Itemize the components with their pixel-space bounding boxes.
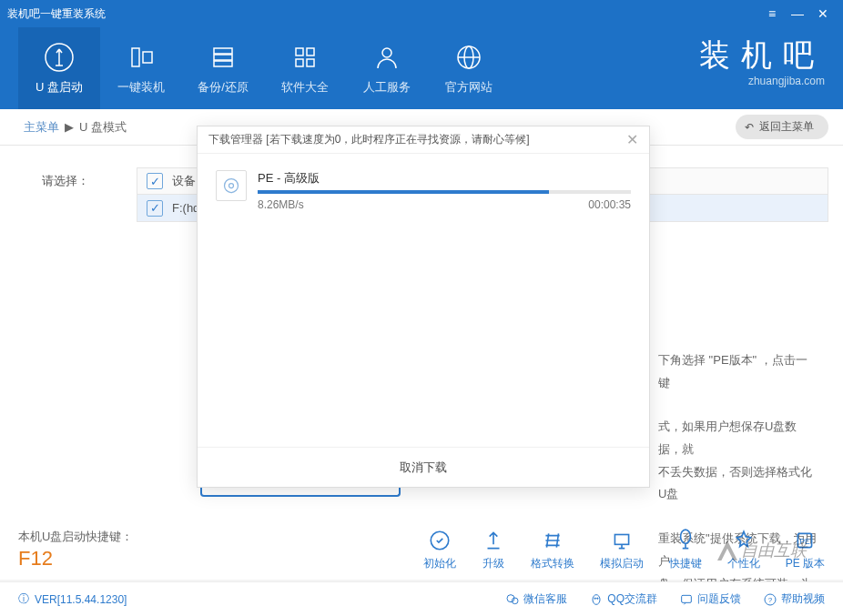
back-label: 返回主菜单	[759, 119, 814, 135]
nav-software[interactable]: 软件大全	[264, 27, 346, 109]
foot-label: 帮助视频	[781, 591, 825, 607]
nav-backup[interactable]: 备份/还原	[182, 27, 264, 109]
grid-icon	[289, 41, 321, 74]
minimize-icon[interactable]: —	[785, 1, 810, 26]
help-p2a: 式，如果用户想保存U盘数据，就	[658, 416, 818, 460]
download-time: 00:00:35	[588, 198, 631, 211]
download-title: PE - 高级版	[258, 170, 631, 187]
titlebar: 装机吧一键重装系统 ≡ — ✕	[0, 0, 843, 27]
download-modal: 下载管理器 [若下载速度为0，此时程序正在寻找资源，请耐心等候] ✕ PE - …	[197, 126, 650, 488]
svg-rect-14	[614, 534, 628, 544]
quickkey-label: 本机U盘启动快捷键：	[18, 529, 133, 545]
svg-rect-9	[307, 59, 314, 66]
svg-rect-1	[132, 48, 139, 66]
quick-format[interactable]: 格式转换	[531, 529, 574, 571]
svg-point-27	[229, 184, 234, 188]
select-label: 请选择：	[42, 173, 89, 189]
modal-title: 下载管理器 [若下载速度为0，此时程序正在寻找资源，请耐心等候]	[208, 132, 530, 147]
top-nav: U 盘启动 一键装机 备份/还原 软件大全 人工服务 官方网站 装机吧 zhua…	[0, 27, 843, 109]
server-icon	[207, 41, 239, 74]
svg-point-15	[680, 530, 690, 543]
nav-support[interactable]: 人工服务	[346, 27, 428, 109]
app-title: 装机吧一键重装系统	[7, 6, 106, 22]
foot-label: 问题反馈	[697, 591, 741, 607]
checkbox-row[interactable]: ✓	[147, 200, 163, 217]
back-arrow-icon: ↶	[745, 121, 754, 134]
quick-label: 初始化	[423, 556, 456, 571]
version-text[interactable]: VER[11.5.44.1230]	[35, 593, 127, 606]
close-icon[interactable]: ✕	[810, 1, 836, 26]
quick-label: 格式转换	[531, 556, 574, 571]
quick-simulate[interactable]: 模拟启动	[600, 529, 644, 571]
footer-qq[interactable]: QQ交流群	[589, 591, 657, 607]
quick-custom[interactable]: 个性化	[727, 529, 760, 571]
progress-bar	[258, 190, 631, 194]
footer-feedback[interactable]: 问题反馈	[679, 591, 741, 607]
breadcrumb-sep: ▶	[65, 120, 74, 134]
footer-help[interactable]: ?帮助视频	[763, 591, 825, 607]
svg-rect-6	[296, 48, 303, 56]
download-item: PE - 高级版 8.26MB/s 00:00:35	[216, 170, 631, 211]
help-p2b: 不丢失数据，否则选择格式化U盘	[658, 461, 818, 506]
svg-point-26	[225, 179, 239, 193]
cancel-label: 取消下载	[400, 459, 447, 476]
quick-init[interactable]: 初始化	[423, 529, 456, 571]
nav-label: 软件大全	[281, 79, 329, 96]
footer-wechat[interactable]: 微信客服	[505, 591, 567, 607]
svg-rect-5	[214, 61, 232, 66]
info-icon: ⓘ	[18, 591, 29, 607]
back-main-button[interactable]: ↶ 返回主菜单	[736, 115, 828, 139]
brand-en: zhuangjiba.com	[699, 75, 825, 87]
quick-label: 个性化	[727, 556, 760, 571]
breadcrumb-sub: U 盘模式	[79, 119, 127, 136]
quick-hotkey[interactable]: 快捷键	[669, 529, 702, 571]
progress-fill	[258, 190, 549, 194]
quick-label: PE 版本	[786, 556, 825, 571]
svg-rect-8	[296, 59, 303, 66]
svg-point-22	[597, 598, 598, 599]
nav-label: 备份/还原	[198, 79, 249, 96]
svg-text:?: ?	[768, 595, 773, 603]
quick-label: 模拟启动	[600, 556, 644, 571]
foot-label: 微信客服	[523, 591, 567, 607]
nav-label: 人工服务	[363, 79, 411, 96]
brand-logo: 装机吧 zhuangjiba.com	[699, 35, 825, 87]
svg-rect-2	[143, 52, 152, 63]
quick-upgrade[interactable]: 升级	[482, 529, 505, 571]
nav-website[interactable]: 官方网站	[428, 27, 510, 109]
download-speed: 8.26MB/s	[258, 198, 304, 211]
nav-usb-boot[interactable]: U 盘启动	[18, 27, 100, 109]
quickkey-value: F12	[18, 547, 133, 571]
nav-label: 一键装机	[117, 79, 165, 96]
svg-rect-4	[214, 55, 232, 60]
svg-point-21	[594, 598, 595, 599]
cancel-download-button[interactable]: 取消下载	[198, 447, 649, 487]
nav-label: 官方网站	[445, 79, 493, 96]
quick-actions-bar: 本机U盘启动快捷键： F12 初始化 升级 格式转换 模拟启动 快捷键 个性化 …	[0, 518, 843, 581]
quick-pe-version[interactable]: PEPE 版本	[786, 529, 825, 571]
svg-rect-7	[307, 48, 314, 56]
device-name: F:(hd	[172, 201, 199, 215]
modal-close-icon[interactable]: ✕	[626, 131, 638, 148]
svg-text:PE: PE	[800, 537, 811, 546]
person-icon	[371, 41, 403, 74]
disc-icon	[216, 170, 247, 201]
svg-rect-3	[214, 48, 232, 54]
svg-point-10	[382, 48, 391, 57]
computer-icon	[125, 41, 157, 74]
usb-icon	[43, 41, 76, 74]
modal-header: 下载管理器 [若下载速度为0，此时程序正在寻找资源，请耐心等候] ✕	[198, 126, 649, 154]
svg-rect-23	[682, 595, 692, 602]
footer: ⓘ VER[11.5.44.1230] 微信客服 QQ交流群 问题反馈 ?帮助视…	[0, 581, 843, 616]
help-p1: 下角选择 "PE版本" ，点击一键	[658, 349, 818, 394]
quick-label: 升级	[482, 556, 504, 571]
nav-one-click[interactable]: 一键装机	[100, 27, 182, 109]
nav-label: U 盘启动	[36, 79, 83, 96]
quick-label: 快捷键	[669, 556, 702, 571]
device-header-label: 设备	[172, 173, 196, 189]
menu-icon[interactable]: ≡	[759, 1, 785, 26]
breadcrumb-main[interactable]: 主菜单	[24, 119, 59, 136]
brand-cn: 装机吧	[699, 35, 825, 76]
checkbox-all[interactable]: ✓	[147, 173, 163, 189]
svg-point-20	[593, 594, 600, 604]
